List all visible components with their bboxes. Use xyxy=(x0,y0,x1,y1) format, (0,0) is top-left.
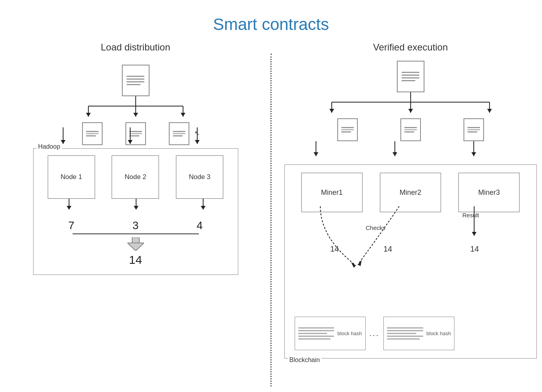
svg-marker-20 xyxy=(201,206,206,210)
svg-marker-16 xyxy=(67,206,71,210)
svg-text:14: 14 xyxy=(383,245,392,253)
block-hash-1: block hash xyxy=(295,317,366,350)
node-1-value: 7 xyxy=(48,219,95,232)
doc-line-sm xyxy=(467,127,480,128)
sum-line xyxy=(73,233,199,234)
miner2-label: Miner2 xyxy=(400,189,421,197)
svg-marker-30 xyxy=(487,109,492,113)
doc-line-sm xyxy=(467,131,477,133)
left-panel: Load distribution xyxy=(0,42,271,392)
svg-rect-21 xyxy=(132,237,139,243)
svg-text:Checks: Checks xyxy=(366,224,385,231)
doc-lines-sm xyxy=(341,127,354,133)
doc-line xyxy=(402,75,419,76)
doc-lines xyxy=(402,72,419,81)
svg-marker-38 xyxy=(472,232,477,236)
left-result: 14 xyxy=(129,253,142,267)
hadoop-container: Hadoop ↖ Node 1 xyxy=(33,148,238,275)
right-tree-top: Blockchain Miner1 Miner2 Miner3 xyxy=(284,61,537,358)
doc-line xyxy=(127,76,144,77)
doc-line-sm xyxy=(341,131,351,133)
block-line xyxy=(298,327,335,329)
svg-marker-6 xyxy=(133,113,138,117)
svg-text:14: 14 xyxy=(330,245,339,253)
svg-marker-34 xyxy=(392,152,397,156)
block-line xyxy=(387,333,416,334)
sum-area: 14 xyxy=(39,233,232,267)
svg-marker-7 xyxy=(181,113,185,117)
block-line xyxy=(387,338,420,340)
hollow-arrow xyxy=(127,237,144,251)
dots-separator: ... xyxy=(370,329,380,338)
svg-marker-13 xyxy=(195,140,200,144)
hollow-arrow-svg xyxy=(127,237,144,251)
doc-line-sm xyxy=(341,127,354,128)
block-hash-2: block hash xyxy=(383,317,454,350)
block-line xyxy=(298,333,327,334)
nodes-row: Node 1 Node 2 Node 3 xyxy=(39,155,232,199)
block-hash-lines xyxy=(298,327,335,340)
block-hash-2-text: block hash xyxy=(426,330,451,336)
doc-line-sm xyxy=(404,129,417,131)
left-tree: Hadoop ↖ Node 1 xyxy=(33,65,238,275)
blockchain-container: Blockchain Miner1 Miner2 Miner3 xyxy=(284,141,537,358)
doc-line xyxy=(402,80,415,81)
main-content: Load distribution xyxy=(0,42,542,392)
doc-line-sm xyxy=(404,127,417,128)
block-line xyxy=(298,330,335,331)
doc-line xyxy=(127,81,144,82)
doc-line xyxy=(127,84,140,85)
doc-lines xyxy=(127,76,144,85)
svg-text:Result: Result xyxy=(462,212,479,218)
svg-marker-40 xyxy=(358,260,362,266)
arrows-to-nodes-svg: ↖ xyxy=(34,127,227,149)
svg-marker-32 xyxy=(314,152,318,156)
left-section-title: Load distribution xyxy=(101,42,170,53)
svg-marker-11 xyxy=(128,140,133,144)
right-sub-doc-3 xyxy=(464,118,484,141)
svg-marker-5 xyxy=(86,113,91,117)
right-sub-doc-2 xyxy=(400,118,421,141)
right-top-doc xyxy=(397,61,424,92)
block-hash-lines-2 xyxy=(387,327,423,340)
right-section-title: Verified execution xyxy=(373,42,448,53)
svg-marker-9 xyxy=(61,140,65,144)
right-panel: Verified execution xyxy=(271,42,542,392)
svg-marker-36 xyxy=(471,152,476,156)
doc-line xyxy=(127,78,144,80)
arrows-to-miners-svg xyxy=(284,141,537,161)
checks-arrows-svg: Checks 14 14 14 Result xyxy=(293,206,529,309)
doc-line-sm xyxy=(341,129,354,131)
miner1-label: Miner1 xyxy=(321,189,343,197)
doc-line-sm xyxy=(467,129,480,131)
blockchain-label: Blockchain xyxy=(288,357,321,364)
node-2-value: 3 xyxy=(112,219,159,232)
node-3-value: 4 xyxy=(176,219,223,232)
svg-text:↖: ↖ xyxy=(194,130,200,136)
svg-marker-18 xyxy=(134,206,138,210)
doc-line xyxy=(402,77,419,78)
block-line xyxy=(387,336,423,337)
svg-text:14: 14 xyxy=(470,245,479,253)
blockchain-box: Blockchain Miner1 Miner2 Miner3 xyxy=(284,164,537,358)
miner3-label: Miner3 xyxy=(478,189,500,197)
block-line xyxy=(298,336,335,337)
numbers-row: 7 3 4 xyxy=(39,219,232,232)
block-hashes-row: block hash ... block hash xyxy=(293,317,529,350)
top-doc-icon xyxy=(122,65,150,96)
node-2-box: Node 2 xyxy=(112,155,159,199)
doc-lines-sm xyxy=(467,127,480,133)
hadoop-box: Hadoop ↖ Node 1 xyxy=(33,148,238,275)
svg-marker-28 xyxy=(329,109,334,113)
svg-marker-29 xyxy=(408,109,413,113)
node-1-label: Node 1 xyxy=(60,173,82,181)
right-sub-doc-1 xyxy=(337,118,358,141)
node-1-box: Node 1 xyxy=(48,155,95,199)
arrows-from-nodes-svg xyxy=(39,199,233,215)
block-hash-1-text: block hash xyxy=(337,330,362,336)
doc-lines-sm xyxy=(404,127,417,133)
doc-line xyxy=(402,72,419,73)
node-3-box: Node 3 xyxy=(176,155,223,199)
block-line xyxy=(387,327,423,329)
doc-line-sm xyxy=(404,131,414,133)
